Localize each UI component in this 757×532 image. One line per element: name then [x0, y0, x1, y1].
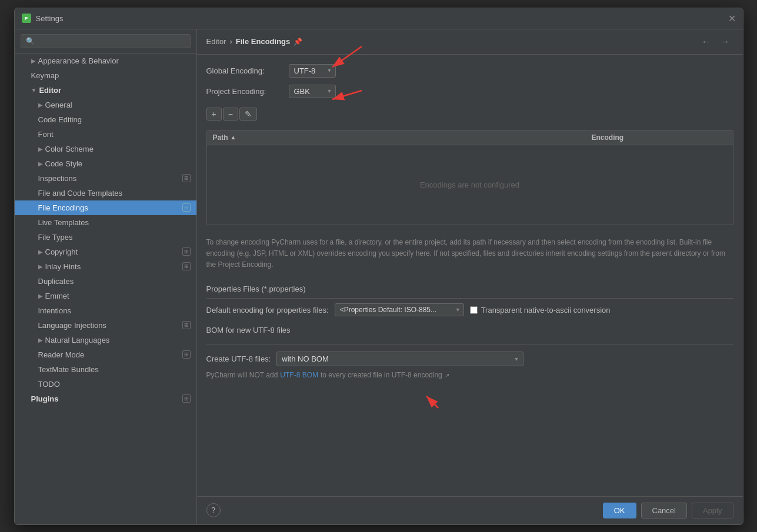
sidebar-item-code-editing[interactable]: Code Editing: [15, 112, 196, 127]
sidebar-item-todo[interactable]: TODO: [15, 377, 196, 392]
sidebar-item-label: Color Scheme: [45, 145, 94, 153]
properties-section: Properties Files (*.properties) Default …: [206, 282, 733, 316]
sidebar-item-duplicates[interactable]: Duplicates: [15, 274, 196, 289]
breadcrumb-sep: ›: [229, 37, 232, 46]
search-input[interactable]: [21, 34, 191, 48]
sidebar-item-label: Reader Mode: [38, 350, 85, 359]
sidebar-item-label: Code Editing: [38, 115, 82, 124]
bom-section: BOM for new UTF-8 files Create UTF-8 fil…: [206, 323, 733, 379]
create-utf8-label: Create UTF-8 files:: [206, 354, 271, 363]
expand-arrow-icon: ▶: [38, 249, 43, 255]
utf8-bom-link[interactable]: UTF-8 BOM: [280, 371, 318, 379]
breadcrumb-parent: Editor: [206, 37, 226, 46]
sidebar-item-textmate[interactable]: TextMate Bundles: [15, 362, 196, 377]
add-encoding-button[interactable]: +: [206, 108, 222, 121]
settings-badge-icon: ⊞: [182, 350, 191, 359]
global-encoding-select-wrapper: UTF-8: [289, 64, 336, 78]
expand-arrow-icon: ▶: [31, 58, 36, 64]
sidebar-item-label: Copyright: [45, 247, 78, 256]
apply-button[interactable]: Apply: [692, 503, 733, 518]
nav-back-button[interactable]: ←: [698, 35, 715, 48]
sidebar-item-font[interactable]: Font: [15, 127, 196, 142]
sidebar-item-label: Plugins: [31, 394, 59, 403]
sidebar-item-code-style[interactable]: ▶ Code Style: [15, 156, 196, 171]
expand-arrow-icon: ▶: [38, 160, 43, 167]
sidebar-item-label: File and Code Templates: [38, 189, 123, 198]
settings-badge-icon: ⊞: [182, 174, 191, 182]
content-body: Global Encoding: UTF-8 Project Encoding:…: [197, 55, 743, 496]
settings-badge-icon: ⊞: [182, 247, 191, 256]
sidebar-item-appearance[interactable]: ▶ Appearance & Behavior: [15, 53, 196, 68]
encoding-column-header: Encoding: [586, 131, 733, 145]
bom-select[interactable]: with NO BOM: [276, 352, 523, 366]
settings-badge-icon: ⊞: [182, 321, 191, 329]
sidebar-item-label: Inspections: [38, 174, 77, 183]
close-button[interactable]: ✕: [728, 13, 736, 24]
expand-arrow-icon: ▶: [38, 293, 43, 299]
sidebar-item-file-encodings[interactable]: File Encodings ⊞: [15, 200, 196, 215]
dialog-footer: ? OK Cancel Apply: [197, 496, 743, 524]
sidebar-item-label: Natural Languages: [45, 336, 110, 344]
sidebar-item-language-injections[interactable]: Language Injections ⊞: [15, 318, 196, 333]
sidebar-item-keymap[interactable]: Keymap: [15, 68, 196, 83]
sidebar-item-intentions[interactable]: Intentions: [15, 303, 196, 318]
transparent-conversion-checkbox[interactable]: [470, 306, 478, 314]
transparent-conversion-row: Transparent native-to-ascii conversion: [470, 306, 611, 314]
sidebar-item-color-scheme[interactable]: ▶ Color Scheme: [15, 142, 196, 156]
sidebar-item-plugins[interactable]: Plugins ⊞: [15, 392, 196, 406]
sidebar-item-label: TODO: [38, 380, 60, 389]
bom-section-title: BOM for new UTF-8 files: [206, 323, 733, 337]
dialog-body: ▶ Appearance & Behavior Keymap ▼ Editor …: [15, 29, 743, 524]
sidebar-item-natural-languages[interactable]: ▶ Natural Languages: [15, 333, 196, 347]
settings-badge-icon: ⊞: [182, 203, 191, 212]
sidebar-item-label: Language Injections: [38, 321, 106, 330]
sidebar-item-label: Appearance & Behavior: [38, 56, 119, 65]
project-encoding-row: Project Encoding: GBK: [206, 85, 733, 98]
help-button[interactable]: ?: [206, 503, 221, 517]
sidebar-item-label: Keymap: [31, 71, 59, 80]
nav-forward-button[interactable]: →: [717, 35, 733, 48]
sidebar-item-general[interactable]: ▶ General: [15, 98, 196, 112]
sidebar-item-emmet[interactable]: ▶ Emmet: [15, 289, 196, 303]
properties-encoding-select[interactable]: <Properties Default: ISO-885...: [335, 303, 464, 316]
bom-select-wrapper: with NO BOM: [276, 352, 523, 366]
sidebar-item-reader-mode[interactable]: Reader Mode ⊞: [15, 347, 196, 362]
sidebar-item-copyright[interactable]: ▶ Copyright ⊞: [15, 245, 196, 259]
sidebar-item-inlay-hints[interactable]: ▶ Inlay Hints ⊞: [15, 259, 196, 274]
remove-encoding-button[interactable]: −: [223, 108, 238, 121]
sidebar-item-inspections[interactable]: Inspections ⊞: [15, 171, 196, 186]
cancel-button[interactable]: Cancel: [641, 503, 687, 518]
global-encoding-select[interactable]: UTF-8: [289, 64, 336, 78]
sidebar-item-label: Inlay Hints: [45, 262, 81, 271]
bom-divider: [206, 344, 733, 344]
sidebar-item-label: Code Style: [45, 159, 83, 168]
default-encoding-label: Default encoding for properties files:: [206, 306, 329, 314]
app-icon: P: [22, 14, 31, 23]
bom-row: Create UTF-8 files: with NO BOM: [206, 352, 733, 366]
properties-encoding-row: Default encoding for properties files: <…: [206, 303, 733, 316]
sort-asc-icon: ▲: [231, 134, 236, 140]
content-header: Editor › File Encodings 📌 ← →: [197, 29, 743, 55]
sidebar-item-live-templates[interactable]: Live Templates: [15, 215, 196, 230]
sidebar-item-file-types[interactable]: File Types: [15, 230, 196, 245]
sidebar-item-label: General: [45, 101, 72, 109]
sidebar-item-label: Live Templates: [38, 218, 89, 227]
sidebar-item-label: Font: [38, 130, 54, 139]
props-encoding-select-wrapper: <Properties Default: ISO-885...: [335, 303, 464, 316]
dialog-title: Settings: [36, 14, 64, 23]
sidebar-item-file-code-templates[interactable]: File and Code Templates: [15, 186, 196, 200]
sidebar: ▶ Appearance & Behavior Keymap ▼ Editor …: [15, 29, 197, 524]
sidebar-item-label: File Types: [38, 233, 73, 242]
encoding-table-toolbar: + − ✎: [206, 105, 733, 123]
project-encoding-select[interactable]: GBK: [289, 85, 336, 98]
edit-encoding-button[interactable]: ✎: [239, 108, 257, 121]
sidebar-item-label: Duplicates: [38, 277, 74, 286]
sidebar-item-editor[interactable]: ▼ Editor: [15, 83, 196, 98]
bom-info-row: PyCharm will NOT add UTF-8 BOM to every …: [206, 371, 733, 379]
ok-button[interactable]: OK: [603, 503, 636, 518]
expand-arrow-icon: ▶: [38, 263, 43, 270]
pin-icon: 📌: [294, 38, 302, 46]
table-header: Path ▲ Encoding: [207, 131, 733, 145]
settings-badge-icon: ⊞: [182, 262, 191, 270]
sidebar-search-container: [15, 29, 196, 53]
